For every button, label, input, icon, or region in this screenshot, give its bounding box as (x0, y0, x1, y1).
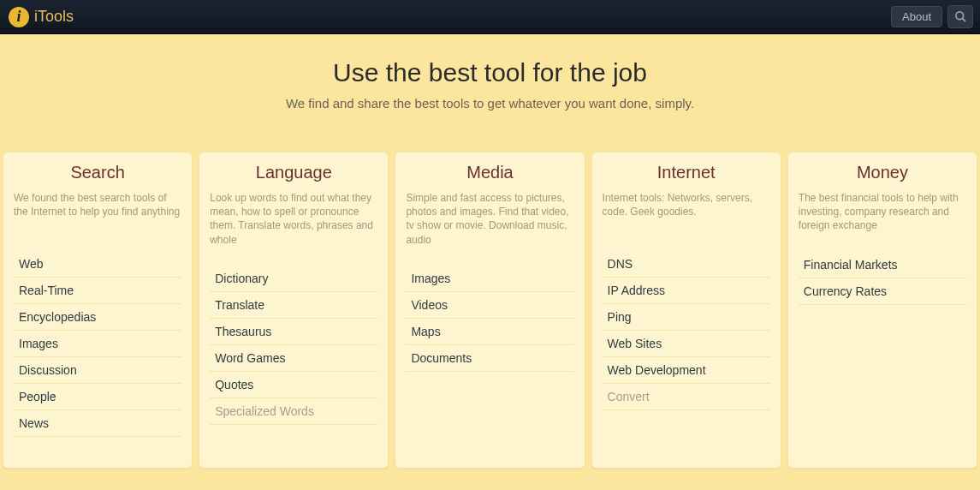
card-desc: The best financial tools to help with in… (799, 191, 966, 233)
list-link[interactable]: Web (14, 251, 181, 277)
list-item: Images (406, 266, 573, 292)
brand-name: iTools (34, 8, 74, 26)
card-list: WebReal-TimeEncyclopediasImagesDiscussio… (14, 251, 181, 437)
list-item: News (14, 410, 181, 437)
card-list: DNSIP AddressPingWeb SitesWeb Developmen… (603, 251, 770, 410)
page-subtitle: We find and share the best tools to get … (0, 96, 980, 111)
card-title[interactable]: Media (406, 163, 573, 182)
list-link[interactable]: Quotes (210, 372, 377, 397)
list-item: Maps (406, 319, 573, 345)
card-title[interactable]: Language (210, 163, 377, 182)
card-title[interactable]: Money (799, 163, 966, 182)
list-item: Translate (210, 292, 377, 319)
list-item: Web Development (603, 357, 770, 384)
list-item: Images (14, 331, 181, 357)
hero: Use the best tool for the job We find an… (0, 34, 980, 152)
logo-icon: i (9, 7, 29, 27)
list-item: Word Games (210, 345, 377, 372)
list-link[interactable]: Currency Rates (799, 278, 966, 304)
list-link[interactable]: Real-Time (14, 278, 181, 303)
search-button[interactable] (947, 5, 973, 28)
list-link[interactable]: Encyclopedias (14, 304, 181, 330)
list-item: Convert (603, 384, 770, 410)
list-link[interactable]: Specialized Words (210, 398, 377, 424)
topbar-right: About (891, 5, 973, 28)
list-link[interactable]: Images (406, 266, 573, 291)
list-link[interactable]: Web Development (603, 357, 770, 383)
list-link[interactable]: Ping (603, 304, 770, 330)
list-item: Ping (603, 304, 770, 331)
list-link[interactable]: Web Sites (603, 331, 770, 356)
brand[interactable]: i iTools (9, 7, 74, 27)
card-search: SearchWe found the best search tools of … (3, 152, 193, 469)
list-item: People (14, 384, 181, 410)
card-desc: Simple and fast access to pictures, phot… (406, 191, 573, 247)
list-link[interactable]: Financial Markets (799, 252, 966, 278)
list-link[interactable]: Convert (603, 384, 770, 409)
list-item: DNS (603, 251, 770, 278)
card-desc: Internet tools: Networks, servers, code.… (603, 191, 770, 232)
list-item: IP Address (603, 278, 770, 304)
card-title[interactable]: Search (14, 163, 181, 182)
list-link[interactable]: Thesaurus (210, 319, 377, 344)
svg-line-1 (962, 18, 965, 21)
list-item: Specialized Words (210, 398, 377, 425)
list-item: Encyclopedias (14, 304, 181, 331)
list-link[interactable]: DNS (603, 251, 770, 277)
list-item: Web (14, 251, 181, 278)
list-item: Dictionary (210, 266, 377, 292)
list-link[interactable]: Images (14, 331, 181, 356)
list-item: Videos (406, 292, 573, 319)
card-language: LanguageLook up words to find out what t… (199, 152, 389, 469)
list-link[interactable]: News (14, 410, 181, 436)
card-list: DictionaryTranslateThesaurusWord GamesQu… (210, 266, 377, 425)
list-link[interactable]: People (14, 384, 181, 409)
list-link[interactable]: Videos (406, 292, 573, 318)
topbar: i iTools About (0, 0, 980, 34)
list-item: Real-Time (14, 278, 181, 304)
card-money: MoneyThe best financial tools to help wi… (787, 152, 977, 469)
list-item: Financial Markets (799, 252, 966, 278)
list-link[interactable]: Documents (406, 345, 573, 371)
page-title: Use the best tool for the job (0, 58, 980, 87)
search-icon (954, 10, 967, 23)
card-desc: We found the best search tools of the In… (14, 191, 181, 232)
card-internet: InternetInternet tools: Networks, server… (591, 152, 781, 469)
list-link[interactable]: Translate (210, 292, 377, 318)
list-item: Documents (406, 345, 573, 372)
list-link[interactable]: Maps (406, 319, 573, 344)
list-link[interactable]: Discussion (14, 357, 181, 383)
card-title[interactable]: Internet (603, 163, 770, 182)
card-list: Financial MarketsCurrency Rates (799, 252, 966, 305)
about-button[interactable]: About (891, 6, 942, 27)
card-desc: Look up words to find out what they mean… (210, 191, 377, 247)
list-item: Quotes (210, 372, 377, 398)
cards-row: SearchWe found the best search tools of … (0, 152, 980, 469)
list-link[interactable]: IP Address (603, 278, 770, 303)
list-item: Web Sites (603, 331, 770, 357)
list-item: Discussion (14, 357, 181, 384)
list-link[interactable]: Word Games (210, 345, 377, 371)
card-media: MediaSimple and fast access to pictures,… (395, 152, 585, 469)
list-item: Thesaurus (210, 319, 377, 345)
svg-point-0 (955, 12, 963, 20)
card-list: ImagesVideosMapsDocuments (406, 266, 573, 372)
list-item: Currency Rates (799, 278, 966, 305)
list-link[interactable]: Dictionary (210, 266, 377, 291)
